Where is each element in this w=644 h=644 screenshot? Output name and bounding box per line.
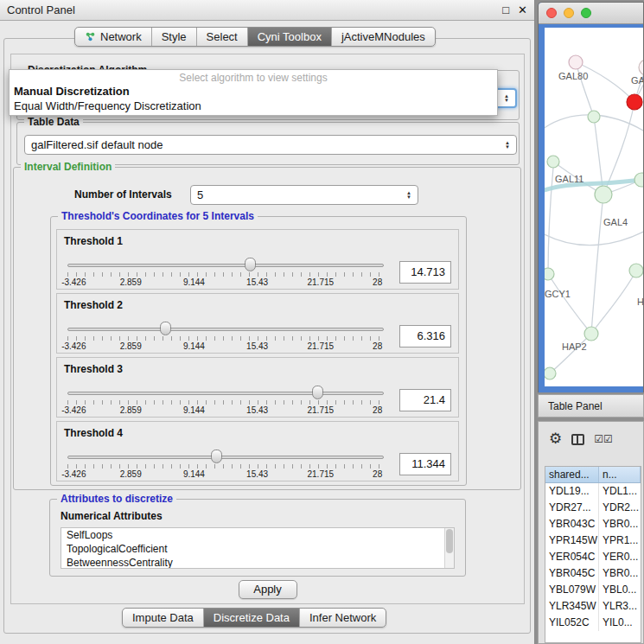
slider-axis-labels: -3.426 2.859 9.144 15.43 21.715 28 (67, 405, 384, 416)
number-of-intervals-combobox[interactable]: 5 ▲▼ (190, 185, 418, 205)
table-cell[interactable]: YPR1... (599, 532, 641, 549)
table-cell[interactable]: YLR345W (545, 598, 599, 615)
table-cell[interactable]: YBR0... (599, 565, 641, 582)
tab-discretize-data[interactable]: Discretize Data (204, 609, 300, 627)
table-cell[interactable]: YER0... (599, 549, 641, 565)
node-table: shared... n... YDL19... YDL1... YDR27...… (545, 466, 641, 643)
bottom-tab-bar: Impute Data Discretize Data Infer Networ… (122, 608, 386, 628)
thresholds-group: Threshold's Coordinates for 5 Intervals … (50, 216, 467, 486)
tab-impute-data[interactable]: Impute Data (123, 609, 204, 627)
table-panel-title: Table Panel (548, 400, 603, 412)
select-columns-checkboxes-icon[interactable]: ☑☑ (594, 433, 613, 445)
list-item[interactable]: BetweennessCentrality (61, 556, 454, 569)
slider-track[interactable] (67, 264, 384, 267)
network-window-titlebar[interactable] (539, 3, 643, 24)
threshold-1-value-field[interactable]: 14.713 (399, 261, 451, 284)
table-panel-titlebar[interactable]: Table Panel (538, 394, 644, 418)
threshold-2-slider[interactable]: -3.426 2.859 9.144 15.43 21.715 28 (67, 322, 384, 353)
tab-cyni-toolbox[interactable]: Cyni Toolbox (248, 28, 332, 46)
combo-arrows-icon: ▲▼ (500, 141, 510, 150)
threshold-4-value-field[interactable]: 11.344 (399, 453, 451, 475)
table-cell[interactable]: YPR145W (545, 532, 599, 549)
table-panel-window: ⚙ ☑☑ shared... n... YDL19... YDL1... YDR… (538, 421, 644, 644)
table-cell[interactable]: YBR043C (545, 516, 599, 532)
column-header-name[interactable]: n... (599, 467, 641, 482)
table-cell[interactable]: YBL079W (545, 582, 599, 598)
table-row: YER054C YER0... (545, 549, 641, 565)
network-node[interactable] (545, 367, 556, 379)
network-node[interactable] (569, 55, 583, 69)
close-traffic-light-icon[interactable] (546, 8, 557, 18)
node-label-gcy1: GCY1 (545, 289, 571, 299)
table-data-combobox[interactable]: galFiltered.sif default node ▲▼ (24, 135, 517, 155)
table-row: YBR043C YBR0... (545, 516, 641, 532)
network-tab-icon (85, 31, 96, 42)
node-label-gal11: GAL11 (555, 174, 583, 184)
list-scrollbar[interactable] (444, 528, 454, 568)
list-item[interactable]: SelfLoops (61, 528, 454, 542)
table-cell[interactable]: YIL0... (599, 615, 641, 631)
zoom-traffic-light-icon[interactable] (581, 8, 591, 18)
threshold-4-label: Threshold 4 (64, 427, 123, 439)
tab-jactivemnodules[interactable]: jActiveMNodules (332, 28, 435, 46)
float-window-icon[interactable]: □ (502, 3, 509, 16)
table-cell[interactable]: YDR2... (599, 500, 641, 516)
table-cell[interactable]: YDR27... (545, 500, 599, 516)
table-row: YLR345W YLR3... (545, 598, 641, 615)
threshold-4-panel: Threshold 4 -3.426 2.859 9.144 21.715 15… (56, 421, 459, 481)
network-node[interactable] (639, 60, 643, 75)
network-node[interactable] (547, 156, 559, 168)
network-canvas[interactable]: GAL80 GA GAL11 GAL4 GCY1 H HAP2 (545, 28, 643, 386)
node-label-gal80: GAL80 (558, 71, 588, 81)
network-node[interactable] (634, 173, 643, 187)
threshold-1-slider[interactable]: -3.426 2.859 9.144 15.43 21.715 28 (67, 258, 384, 289)
table-cell[interactable]: YDL19... (545, 483, 599, 500)
threshold-3-value-field[interactable]: 21.4 (399, 389, 451, 411)
minimize-traffic-light-icon[interactable] (564, 8, 574, 18)
algorithm-dropdown-popup: Select algorithm to view settings Manual… (9, 69, 498, 116)
popup-item-equal-width-frequency[interactable]: Equal Width/Frequency Discretization (10, 99, 497, 113)
table-cell[interactable]: YBR045C (545, 565, 599, 582)
network-node[interactable] (584, 327, 598, 341)
table-cell[interactable]: YLR3... (599, 598, 641, 615)
threshold-2-thumb[interactable] (160, 322, 171, 335)
table-cell[interactable]: YDL1... (599, 483, 641, 500)
threshold-1-panel: Threshold 1 -3.426 2.859 9.144 15.43 21.… (56, 229, 459, 290)
slider-track[interactable] (67, 456, 384, 459)
threshold-1-thumb[interactable] (245, 258, 256, 271)
threshold-2-value-field[interactable]: 6.316 (399, 325, 451, 348)
gear-icon[interactable]: ⚙ (549, 431, 562, 447)
network-node[interactable] (595, 186, 612, 203)
tab-style[interactable]: Style (152, 28, 197, 46)
apply-button[interactable]: Apply (239, 580, 297, 599)
table-cell[interactable]: YBL0... (599, 582, 641, 598)
window-title: Control Panel (7, 3, 75, 16)
scrollbar-thumb[interactable] (446, 529, 453, 553)
network-node[interactable] (588, 111, 600, 123)
slider-track[interactable] (67, 328, 384, 331)
close-icon[interactable]: ✕ (518, 3, 527, 16)
tab-network[interactable]: Network (75, 28, 152, 46)
table-cell[interactable]: YER054C (545, 549, 599, 565)
tab-infer-network[interactable]: Infer Network (300, 609, 386, 627)
slider-axis-labels: -3.426 2.859 9.144 15.43 21.715 28 (67, 341, 384, 352)
slider-track[interactable] (67, 392, 384, 395)
threshold-2-panel: Threshold 2 -3.426 2.859 9.144 15.43 21.… (56, 293, 459, 354)
threshold-4-slider[interactable]: -3.426 2.859 9.144 21.715 15.43 28 (67, 450, 384, 481)
table-row: YDL19... YDL1... (545, 483, 641, 500)
column-header-shared-name[interactable]: shared... (545, 467, 599, 482)
columns-icon[interactable] (571, 434, 584, 445)
popup-item-manual-discretization[interactable]: Manual Discretization (10, 84, 497, 99)
selected-network-node[interactable] (627, 94, 642, 110)
slider-ticks (67, 400, 384, 405)
threshold-3-thumb[interactable] (312, 386, 323, 399)
network-node[interactable] (545, 268, 554, 280)
table-cell[interactable]: YIL052C (545, 615, 599, 631)
threshold-4-thumb[interactable] (211, 450, 222, 463)
network-node[interactable] (629, 264, 643, 277)
list-item[interactable]: TopologicalCoefficient (61, 542, 454, 556)
threshold-3-slider[interactable]: -3.426 2.859 9.144 15.43 21.715 28 (67, 386, 384, 417)
tab-select[interactable]: Select (197, 28, 248, 46)
table-cell[interactable]: YBR0... (599, 516, 641, 532)
slider-ticks (67, 464, 384, 469)
